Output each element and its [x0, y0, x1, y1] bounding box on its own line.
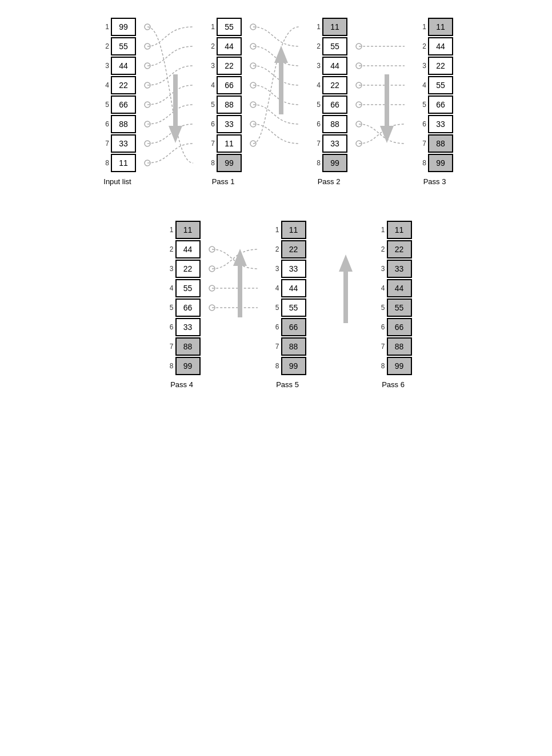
pass5-section: 111 222 333 444 555 666 788 899 Pass 5	[201, 220, 306, 389]
pass2-list-column: 111 255 344 422 566 688 733 899	[310, 17, 347, 173]
svg-marker-23	[380, 74, 394, 143]
list-item: 111	[269, 220, 306, 240]
list-item: 322	[416, 56, 453, 75]
list-item: 244	[205, 37, 242, 56]
pass6-list-block: 111 222 333 444 555 666 788 899 Pass 6	[375, 220, 412, 389]
list-item: 588	[205, 95, 242, 114]
main-diagram: 199 255 344 422 566 688 733 811 Input li…	[0, 0, 552, 406]
pass2-list-block: 111 255 344 422 566 688 733 899 Pass 2	[310, 17, 347, 186]
list-item: 555	[375, 298, 412, 317]
list-item: 733	[99, 134, 136, 153]
list-item: 322	[205, 56, 242, 75]
list-item: 566	[310, 95, 347, 114]
list-item: 255	[99, 37, 136, 56]
list-item: 422	[99, 75, 136, 95]
list-item: 111	[416, 17, 453, 37]
list-item: 111	[163, 220, 201, 240]
pass3-label: Pass 3	[423, 177, 446, 186]
list-item: 899	[416, 153, 453, 173]
list-item: 633	[163, 317, 201, 337]
list-item: 788	[416, 134, 453, 153]
list-item: 155	[205, 17, 242, 37]
pass5-label: Pass 5	[276, 380, 299, 389]
list-item: 455	[163, 278, 201, 298]
pass3-list-column: 111 244 322 455 566 633 788 899	[416, 17, 453, 173]
list-item: 444	[375, 278, 412, 298]
list-item: 711	[205, 134, 242, 153]
list-item: 899	[163, 356, 201, 376]
list-item: 422	[310, 75, 347, 95]
list-item: 899	[310, 153, 347, 173]
list-item: 566	[99, 95, 136, 114]
svg-marker-29	[339, 254, 353, 323]
pass4-list-column: 111 244 322 455 566 633 788 899	[163, 220, 201, 376]
list-item: 111	[375, 220, 412, 240]
list-item: 466	[205, 75, 242, 95]
list-item: 322	[163, 259, 201, 278]
list-item: 566	[163, 298, 201, 317]
pass1-list-block: 155 244 322 466 588 633 711 899 Pass 1	[205, 17, 242, 186]
list-item: 344	[310, 56, 347, 75]
list-item: 244	[163, 240, 201, 259]
list-item: 199	[99, 17, 136, 37]
list-item: 222	[269, 240, 306, 259]
list-item: 899	[375, 356, 412, 376]
list-item: 666	[269, 317, 306, 337]
list-item: 566	[416, 95, 453, 114]
list-item: 555	[269, 298, 306, 317]
pass1-connector-svg	[136, 17, 205, 173]
list-item: 344	[99, 56, 136, 75]
list-item: 333	[269, 259, 306, 278]
list-item: 788	[375, 337, 412, 356]
pass5-connector-svg	[201, 220, 269, 376]
row2: 111 244 322 455 566 633 788 899 Pass 4	[11, 220, 541, 389]
list-item: 633	[416, 114, 453, 134]
pass5-list-block: 111 222 333 444 555 666 788 899 Pass 5	[269, 220, 306, 389]
list-item: 788	[163, 337, 201, 356]
list-item: 455	[416, 75, 453, 95]
list-item: 899	[269, 356, 306, 376]
row1: 199 255 344 422 566 688 733 811 Input li…	[11, 17, 541, 186]
pass6-label: Pass 6	[382, 380, 405, 389]
pass5-list-column: 111 222 333 444 555 666 788 899	[269, 220, 306, 376]
pass6-connector-svg	[306, 220, 375, 376]
pass4-list-block: 111 244 322 455 566 633 788 899 Pass 4	[163, 220, 201, 389]
list-item: 244	[416, 37, 453, 56]
pass2-section: 111 255 344 422 566 688 733 899 Pass 2	[242, 17, 347, 186]
list-item: 733	[310, 134, 347, 153]
list-item: 688	[310, 114, 347, 134]
list-item: 111	[310, 17, 347, 37]
list-item: 633	[205, 114, 242, 134]
pass6-list-column: 111 222 333 444 555 666 788 899	[375, 220, 412, 376]
pass6-section: 111 222 333 444 555 666 788 899 Pass 6	[306, 220, 412, 389]
pass3-connector-svg	[347, 17, 416, 173]
list-item: 811	[99, 153, 136, 173]
list-item: 788	[269, 337, 306, 356]
pass2-label: Pass 2	[318, 177, 341, 186]
list-item: 222	[375, 240, 412, 259]
list-item: 666	[375, 317, 412, 337]
list-item: 255	[310, 37, 347, 56]
list-item: 333	[375, 259, 412, 278]
svg-marker-28	[233, 249, 247, 317]
input-list-column: 199 255 344 422 566 688 733 811	[99, 17, 136, 173]
pass3-list-block: 111 244 322 455 566 633 788 899 Pass 3	[416, 17, 453, 186]
list-item: 688	[99, 114, 136, 134]
pass4-label: Pass 4	[170, 380, 193, 389]
pass2-connector-svg	[242, 17, 310, 173]
input-list-block: 199 255 344 422 566 688 733 811 Input li…	[99, 17, 136, 186]
input-list-label: Input list	[103, 177, 131, 186]
pass1-list-column: 155 244 322 466 588 633 711 899	[205, 17, 242, 173]
pass1-section: 155 244 322 466 588 633 711 899 Pass 1	[136, 17, 242, 186]
list-item: 899	[205, 153, 242, 173]
list-item: 444	[269, 278, 306, 298]
svg-marker-16	[274, 46, 288, 114]
pass3-section: 111 244 322 455 566 633 788 899 Pass 3	[347, 17, 453, 186]
pass1-label: Pass 1	[212, 177, 235, 186]
svg-marker-8	[169, 74, 182, 143]
